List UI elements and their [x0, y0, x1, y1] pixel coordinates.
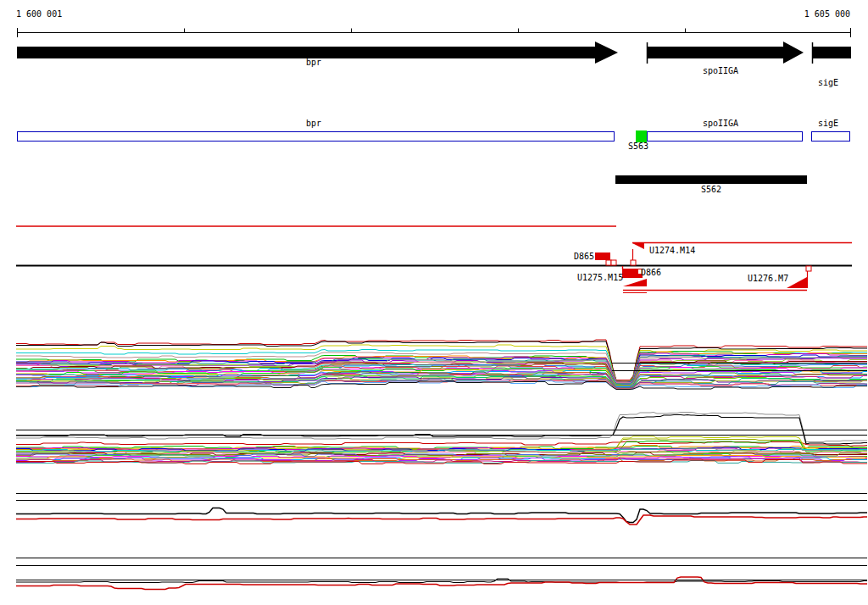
- gene-box-spoIIGA[interactable]: [648, 132, 803, 142]
- gene-arrow-label-sigE: sigE: [818, 79, 838, 87]
- ruler-end-label: 1 605 000: [803, 10, 850, 19]
- oligo-label-D865: D865: [574, 253, 594, 261]
- ruler: [17, 28, 851, 37]
- oligo-label-U1275: U1275.M15: [577, 274, 623, 282]
- gene-box-bpr[interactable]: [18, 132, 615, 142]
- segment-bar-S562[interactable]: [615, 175, 807, 184]
- profile-line: [16, 577, 867, 590]
- oligo-D865[interactable]: [595, 253, 616, 265]
- segment-label-S562: S562: [694, 186, 728, 194]
- signal-label-S563: S563: [628, 142, 648, 151]
- gene-arrow-label-spoIIGA: spoIIGA: [703, 67, 738, 75]
- signal-box-S563[interactable]: [636, 130, 647, 142]
- ruler-start-label: 1 600 001: [16, 10, 62, 19]
- profile-line: [16, 413, 867, 442]
- gene-box-label-spoIIGA: spoIIGA: [703, 119, 738, 128]
- gene-arrow-spoIIGA[interactable]: [648, 42, 804, 64]
- oligo-D866[interactable]: [622, 266, 643, 278]
- gene-box-sigE[interactable]: [812, 132, 850, 142]
- gene-box-label-bpr: bpr: [306, 119, 321, 128]
- gene-arrow-sigE[interactable]: [812, 42, 851, 64]
- profile-line: [16, 508, 867, 523]
- oligo-label-D866: D866: [641, 269, 661, 277]
- gene-box-label-sigE: sigE: [818, 119, 838, 128]
- genome-browser-view: 1 600 001 1 605 000 bpr spoIIGA sigE bpr…: [0, 0, 868, 605]
- gene-arrow-label-bpr: bpr: [306, 58, 321, 67]
- oligo-track: [16, 243, 852, 293]
- oligo-label-U1274: U1274.M14: [649, 247, 695, 255]
- browser-canvas: [0, 0, 868, 605]
- oligo-label-U1276: U1276.M7: [748, 275, 788, 283]
- expression-profiles: [16, 340, 867, 590]
- oligo-U1274-M14[interactable]: [631, 243, 644, 265]
- profile-line: [16, 515, 867, 525]
- oligo-U1276-M7[interactable]: [787, 266, 811, 288]
- profile-line: [16, 579, 867, 583]
